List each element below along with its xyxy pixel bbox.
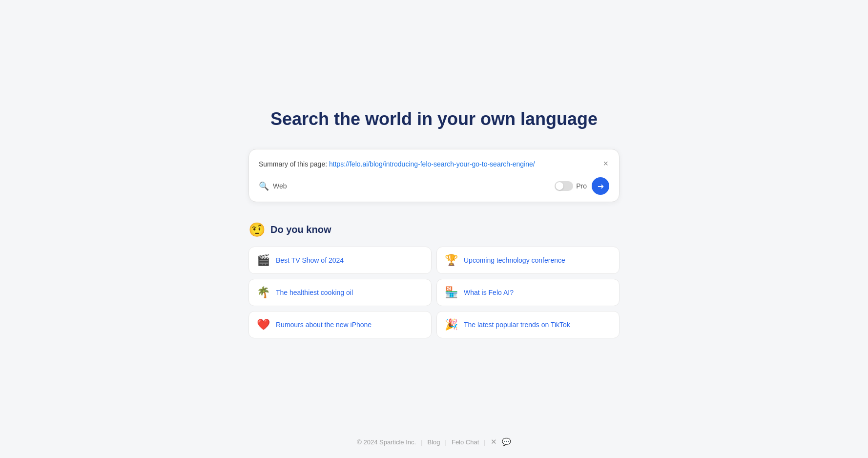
suggestion-card[interactable]: 🏆Upcoming technology conference [436, 247, 620, 274]
discord-icon[interactable]: 💬 [502, 437, 511, 446]
copyright: © 2024 Sparticle Inc. [357, 438, 416, 446]
footer-felo-chat-link[interactable]: Felo Chat [452, 438, 479, 446]
suggestion-card[interactable]: ❤️Rumours about the new iPhone [248, 311, 432, 338]
card-text: Rumours about the new iPhone [276, 321, 372, 329]
card-icon: ❤️ [257, 318, 270, 331]
footer: © 2024 Sparticle Inc. | Blog | Felo Chat… [357, 428, 511, 458]
search-row: 🔍 Web Pro ➔ [259, 177, 609, 195]
toggle-track[interactable] [555, 181, 573, 191]
search-right: Pro ➔ [555, 177, 609, 195]
card-icon: 🏪 [445, 286, 458, 299]
card-text: Upcoming technology conference [464, 256, 565, 264]
card-icon: 🎬 [257, 254, 270, 267]
search-icon: 🔍 [259, 181, 269, 191]
suggestion-card[interactable]: 🌴The healthiest cooking oil [248, 279, 432, 306]
search-left: 🔍 Web [259, 181, 287, 191]
footer-blog-link[interactable]: Blog [428, 438, 440, 446]
pro-label: Pro [576, 182, 587, 190]
section-title: Do you know [270, 224, 331, 235]
web-label: Web [273, 182, 287, 190]
card-text: Best TV Show of 2024 [276, 256, 344, 264]
close-button[interactable]: × [602, 159, 609, 168]
suggestion-card[interactable]: 🏪What is Felo AI? [436, 279, 620, 306]
submit-arrow-icon: ➔ [598, 182, 604, 191]
toggle-thumb [556, 182, 563, 190]
suggestions-grid: 🎬Best TV Show of 2024🏆Upcoming technolog… [248, 247, 620, 338]
separator-2: | [445, 438, 447, 446]
card-icon: 🌴 [257, 286, 270, 299]
x-icon[interactable]: ✕ [491, 437, 497, 446]
card-text: What is Felo AI? [464, 289, 514, 296]
search-container: Summary of this page: https://felo.ai/bl… [248, 149, 620, 202]
hero-title: Search the world in your own language [270, 109, 598, 129]
do-you-know-section: 🤨 Do you know 🎬Best TV Show of 2024🏆Upco… [248, 222, 620, 338]
suggestion-card[interactable]: 🎉The latest popular trends on TikTok [436, 311, 620, 338]
url-link[interactable]: https://felo.ai/blog/introducing-felo-se… [329, 160, 535, 168]
card-icon: 🎉 [445, 318, 458, 331]
card-icon: 🏆 [445, 254, 458, 267]
url-text: Summary of this page: https://felo.ai/bl… [259, 159, 535, 169]
separator-1: | [421, 438, 422, 446]
pro-toggle[interactable]: Pro [555, 181, 587, 191]
url-bar: Summary of this page: https://felo.ai/bl… [259, 159, 609, 169]
suggestion-card[interactable]: 🎬Best TV Show of 2024 [248, 247, 432, 274]
submit-button[interactable]: ➔ [592, 177, 609, 195]
section-header: 🤨 Do you know [248, 222, 620, 238]
card-text: The latest popular trends on TikTok [464, 321, 570, 329]
separator-3: | [484, 438, 485, 446]
summary-prefix: Summary of this page: [259, 160, 327, 168]
card-text: The healthiest cooking oil [276, 289, 353, 296]
section-emoji: 🤨 [248, 222, 266, 238]
